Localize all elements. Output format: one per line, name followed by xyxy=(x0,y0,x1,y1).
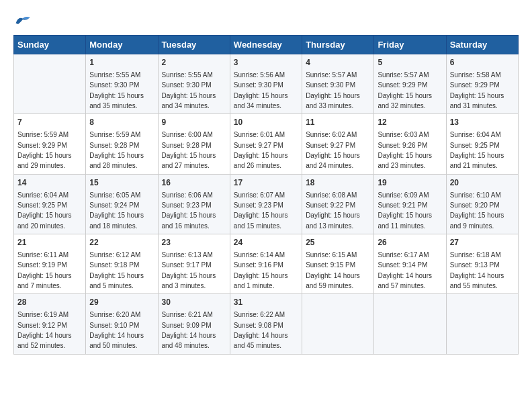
day-info: Sunrise: 6:10 AM Sunset: 9:20 PM Dayligh… xyxy=(450,191,504,230)
day-number: 23 xyxy=(162,237,226,248)
calendar-cell: 14Sunrise: 6:04 AM Sunset: 9:25 PM Dayli… xyxy=(14,174,86,234)
calendar-cell: 21Sunrise: 6:11 AM Sunset: 9:19 PM Dayli… xyxy=(14,234,86,294)
day-number: 21 xyxy=(17,237,82,248)
day-number: 4 xyxy=(306,57,370,68)
day-number: 14 xyxy=(17,177,82,189)
day-info: Sunrise: 6:03 AM Sunset: 9:26 PM Dayligh… xyxy=(378,131,432,169)
day-info: Sunrise: 6:20 AM Sunset: 9:10 PM Dayligh… xyxy=(89,311,144,349)
day-info: Sunrise: 6:05 AM Sunset: 9:24 PM Dayligh… xyxy=(89,191,144,230)
day-info: Sunrise: 6:13 AM Sunset: 9:17 PM Dayligh… xyxy=(162,251,216,289)
day-info: Sunrise: 6:11 AM Sunset: 9:19 PM Dayligh… xyxy=(17,251,72,289)
calendar-cell: 23Sunrise: 6:13 AM Sunset: 9:17 PM Dayli… xyxy=(158,234,230,294)
day-number: 13 xyxy=(450,117,515,128)
day-info: Sunrise: 5:59 AM Sunset: 9:28 PM Dayligh… xyxy=(89,131,144,169)
header-day-saturday: Saturday xyxy=(446,36,518,54)
calendar-cell: 25Sunrise: 6:15 AM Sunset: 9:15 PM Dayli… xyxy=(302,234,374,294)
week-row-2: 7Sunrise: 5:59 AM Sunset: 9:29 PM Daylig… xyxy=(14,114,519,174)
day-number: 5 xyxy=(378,57,442,68)
day-number: 6 xyxy=(450,57,515,68)
calendar-body: 1Sunrise: 5:55 AM Sunset: 9:30 PM Daylig… xyxy=(14,54,519,355)
calendar-header: SundayMondayTuesdayWednesdayThursdayFrid… xyxy=(14,36,519,54)
logo xyxy=(13,13,32,28)
day-info: Sunrise: 6:21 AM Sunset: 9:09 PM Dayligh… xyxy=(162,311,216,349)
day-number: 24 xyxy=(234,237,298,248)
day-info: Sunrise: 5:55 AM Sunset: 9:30 PM Dayligh… xyxy=(162,71,216,109)
day-number: 25 xyxy=(306,237,370,248)
day-info: Sunrise: 5:57 AM Sunset: 9:30 PM Dayligh… xyxy=(306,71,360,109)
calendar-cell xyxy=(446,294,518,354)
day-number: 26 xyxy=(378,237,442,248)
day-info: Sunrise: 5:56 AM Sunset: 9:30 PM Dayligh… xyxy=(234,71,288,109)
calendar-cell: 6Sunrise: 5:58 AM Sunset: 9:29 PM Daylig… xyxy=(446,54,518,114)
day-number: 17 xyxy=(234,177,298,189)
calendar-cell xyxy=(14,54,86,114)
day-number: 1 xyxy=(89,57,154,68)
calendar-cell: 22Sunrise: 6:12 AM Sunset: 9:18 PM Dayli… xyxy=(86,234,158,294)
calendar-cell: 16Sunrise: 6:06 AM Sunset: 9:23 PM Dayli… xyxy=(158,174,230,234)
day-number: 28 xyxy=(17,297,82,308)
calendar-cell xyxy=(302,294,374,354)
calendar-cell: 18Sunrise: 6:08 AM Sunset: 9:22 PM Dayli… xyxy=(302,174,374,234)
day-number: 12 xyxy=(378,117,442,128)
day-number: 9 xyxy=(162,117,226,128)
calendar-cell: 9Sunrise: 6:00 AM Sunset: 9:28 PM Daylig… xyxy=(158,114,230,174)
calendar-cell: 31Sunrise: 6:22 AM Sunset: 9:08 PM Dayli… xyxy=(230,294,302,354)
calendar-cell: 10Sunrise: 6:01 AM Sunset: 9:27 PM Dayli… xyxy=(230,114,302,174)
day-info: Sunrise: 6:07 AM Sunset: 9:23 PM Dayligh… xyxy=(234,191,288,230)
calendar-cell: 17Sunrise: 6:07 AM Sunset: 9:23 PM Dayli… xyxy=(230,174,302,234)
calendar-cell: 24Sunrise: 6:14 AM Sunset: 9:16 PM Dayli… xyxy=(230,234,302,294)
day-number: 27 xyxy=(450,237,515,248)
day-info: Sunrise: 5:55 AM Sunset: 9:30 PM Dayligh… xyxy=(89,71,144,109)
day-number: 16 xyxy=(162,177,226,189)
day-info: Sunrise: 5:58 AM Sunset: 9:29 PM Dayligh… xyxy=(450,71,504,109)
day-info: Sunrise: 5:59 AM Sunset: 9:29 PM Dayligh… xyxy=(17,131,72,169)
header-day-monday: Monday xyxy=(86,36,158,54)
bird-icon xyxy=(13,13,32,28)
day-number: 18 xyxy=(306,177,370,189)
day-number: 3 xyxy=(234,57,298,68)
header-day-wednesday: Wednesday xyxy=(230,36,302,54)
calendar-cell: 28Sunrise: 6:19 AM Sunset: 9:12 PM Dayli… xyxy=(14,294,86,354)
day-info: Sunrise: 6:04 AM Sunset: 9:25 PM Dayligh… xyxy=(17,191,72,230)
calendar-cell xyxy=(374,294,446,354)
header-day-friday: Friday xyxy=(374,36,446,54)
day-info: Sunrise: 5:57 AM Sunset: 9:29 PM Dayligh… xyxy=(378,71,432,109)
calendar-cell: 11Sunrise: 6:02 AM Sunset: 9:27 PM Dayli… xyxy=(302,114,374,174)
day-info: Sunrise: 6:19 AM Sunset: 9:12 PM Dayligh… xyxy=(17,311,72,349)
calendar-cell: 5Sunrise: 5:57 AM Sunset: 9:29 PM Daylig… xyxy=(374,54,446,114)
calendar-cell: 13Sunrise: 6:04 AM Sunset: 9:25 PM Dayli… xyxy=(446,114,518,174)
week-row-3: 14Sunrise: 6:04 AM Sunset: 9:25 PM Dayli… xyxy=(14,174,519,234)
header-day-tuesday: Tuesday xyxy=(158,36,230,54)
day-number: 30 xyxy=(162,297,226,308)
day-number: 7 xyxy=(17,117,82,128)
day-number: 19 xyxy=(378,177,442,189)
day-number: 22 xyxy=(89,237,154,248)
day-info: Sunrise: 6:14 AM Sunset: 9:16 PM Dayligh… xyxy=(234,251,288,289)
calendar-cell: 12Sunrise: 6:03 AM Sunset: 9:26 PM Dayli… xyxy=(374,114,446,174)
calendar-cell: 4Sunrise: 5:57 AM Sunset: 9:30 PM Daylig… xyxy=(302,54,374,114)
calendar-cell: 26Sunrise: 6:17 AM Sunset: 9:14 PM Dayli… xyxy=(374,234,446,294)
day-info: Sunrise: 6:09 AM Sunset: 9:21 PM Dayligh… xyxy=(378,191,432,230)
calendar-cell: 8Sunrise: 5:59 AM Sunset: 9:28 PM Daylig… xyxy=(86,114,158,174)
calendar-cell: 30Sunrise: 6:21 AM Sunset: 9:09 PM Dayli… xyxy=(158,294,230,354)
week-row-4: 21Sunrise: 6:11 AM Sunset: 9:19 PM Dayli… xyxy=(14,234,519,294)
day-info: Sunrise: 6:22 AM Sunset: 9:08 PM Dayligh… xyxy=(234,311,288,349)
calendar-cell: 27Sunrise: 6:18 AM Sunset: 9:13 PM Dayli… xyxy=(446,234,518,294)
day-info: Sunrise: 6:12 AM Sunset: 9:18 PM Dayligh… xyxy=(89,251,144,289)
page-header xyxy=(13,13,519,28)
day-info: Sunrise: 6:06 AM Sunset: 9:23 PM Dayligh… xyxy=(162,191,216,230)
day-number: 31 xyxy=(234,297,298,308)
header-day-sunday: Sunday xyxy=(14,36,86,54)
day-number: 20 xyxy=(450,177,515,189)
day-number: 10 xyxy=(234,117,298,128)
week-row-1: 1Sunrise: 5:55 AM Sunset: 9:30 PM Daylig… xyxy=(14,54,519,114)
day-number: 11 xyxy=(306,117,370,128)
day-info: Sunrise: 6:04 AM Sunset: 9:25 PM Dayligh… xyxy=(450,131,504,169)
calendar-cell: 1Sunrise: 5:55 AM Sunset: 9:30 PM Daylig… xyxy=(86,54,158,114)
header-row: SundayMondayTuesdayWednesdayThursdayFrid… xyxy=(14,36,519,54)
calendar-cell: 29Sunrise: 6:20 AM Sunset: 9:10 PM Dayli… xyxy=(86,294,158,354)
calendar-cell: 2Sunrise: 5:55 AM Sunset: 9:30 PM Daylig… xyxy=(158,54,230,114)
week-row-5: 28Sunrise: 6:19 AM Sunset: 9:12 PM Dayli… xyxy=(14,294,519,354)
day-info: Sunrise: 6:00 AM Sunset: 9:28 PM Dayligh… xyxy=(162,131,216,169)
day-info: Sunrise: 6:15 AM Sunset: 9:15 PM Dayligh… xyxy=(306,251,360,289)
